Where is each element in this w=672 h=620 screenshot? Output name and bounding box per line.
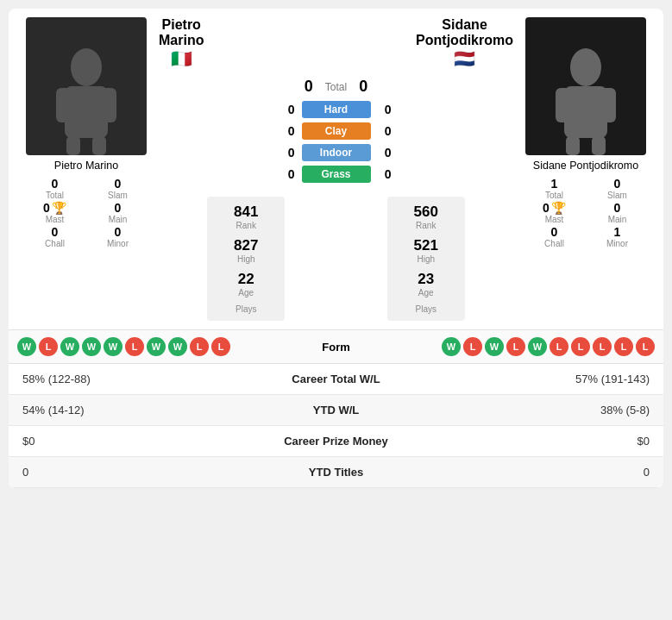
data-rows-container: 58% (122-88)Career Total W/L57% (191-143… xyxy=(9,364,663,488)
hard-badge: Hard xyxy=(302,101,371,118)
data-row-2: $0Career Prize Money$0 xyxy=(9,426,663,457)
data-row-right-2: $0 xyxy=(431,435,650,448)
hard-right-score: 0 xyxy=(378,103,392,116)
left-minor-value: 0 xyxy=(89,225,147,239)
data-row-left-1: 54% (14-12) xyxy=(22,404,242,416)
svg-rect-9 xyxy=(600,88,616,122)
right-total-score: 0 xyxy=(359,78,367,96)
right-form-badges: WLWLWLLLLL xyxy=(442,337,655,356)
form-badge-l: L xyxy=(190,337,209,356)
right-stat-main: 0 Main xyxy=(588,201,646,224)
surface-rows: 0 Hard 0 0 Clay 0 0 Indoor 0 0 Grass xyxy=(281,101,392,183)
data-row-left-2: $0 xyxy=(22,435,242,448)
right-slam-value: 0 xyxy=(588,177,646,191)
data-row-right-1: 38% (5-8) xyxy=(431,404,650,416)
left-flag: 🇮🇹 xyxy=(159,48,204,69)
surface-hard-row: 0 Hard 0 xyxy=(281,101,392,118)
right-rank-val: 560 xyxy=(414,204,438,221)
svg-point-6 xyxy=(570,48,601,86)
form-badge-w: W xyxy=(60,337,79,356)
right-mast-value: 0 🏆 xyxy=(525,201,583,215)
left-stat-minor: 0 Minor xyxy=(89,225,147,248)
right-main-label: Main xyxy=(588,215,646,224)
form-badge-l: L xyxy=(550,337,568,356)
right-stat-panel: 560 Rank 521 High 23 Age Plays xyxy=(387,197,465,321)
indoor-left-score: 0 xyxy=(281,146,295,160)
center-names-row: PietroMarino 🇮🇹 SidanePontjodikromo 🇳🇱 xyxy=(159,17,513,69)
form-badge-l: L xyxy=(593,337,612,356)
right-stat-chall: 0 Chall xyxy=(525,225,583,248)
left-center-name: PietroMarino xyxy=(159,17,204,48)
right-chall-label: Chall xyxy=(525,239,583,248)
left-trophy-icon: 🏆 xyxy=(52,201,66,215)
left-player-photo xyxy=(26,17,147,155)
form-badge-l: L xyxy=(506,337,525,356)
svg-rect-8 xyxy=(556,88,571,122)
right-stat-slam: 0 Slam xyxy=(588,177,646,200)
left-form-badges: WLWWWLWWLL xyxy=(17,337,230,356)
right-player-column: Sidane Pontjodikromo 1 Total 0 Slam 0 🏆 … xyxy=(517,17,655,321)
form-badge-w: W xyxy=(528,337,547,356)
right-rank-lbl: Rank xyxy=(416,221,436,230)
left-rank-val: 841 xyxy=(234,204,258,221)
svg-rect-11 xyxy=(592,136,606,155)
clay-left-score: 0 xyxy=(281,124,295,138)
total-label: Total xyxy=(325,81,347,93)
right-stat-minor: 1 Minor xyxy=(588,225,646,248)
left-stat-total: 0 Total xyxy=(26,177,84,200)
right-plays-lbl: Plays xyxy=(416,304,436,314)
right-slam-label: Slam xyxy=(588,191,646,200)
right-high-item: 521 High xyxy=(414,237,438,264)
left-rank-item: 841 Rank xyxy=(234,204,258,230)
left-player-name: Pietro Marino xyxy=(54,160,118,172)
svg-rect-2 xyxy=(56,88,72,122)
left-chall-label: Chall xyxy=(26,239,84,248)
left-stat-main: 0 Main xyxy=(89,201,147,224)
form-badge-w: W xyxy=(147,337,166,356)
indoor-badge: Indoor xyxy=(302,144,371,161)
left-total-value: 0 xyxy=(26,177,84,191)
data-row-label-1: YTD W/L xyxy=(242,404,431,416)
data-row-right-3: 0 xyxy=(431,466,650,479)
svg-rect-5 xyxy=(92,136,106,155)
grass-right-score: 0 xyxy=(378,167,392,181)
right-stat-mast: 0 🏆 Mast xyxy=(525,201,583,224)
form-badge-l: L xyxy=(463,337,482,356)
right-player-photo xyxy=(525,17,646,155)
right-age-item: 23 Age xyxy=(418,271,434,297)
form-badge-w: W xyxy=(17,337,36,356)
left-rank-lbl: Rank xyxy=(236,221,256,230)
right-plays-item: Plays xyxy=(416,304,436,314)
grass-left-score: 0 xyxy=(281,167,295,181)
svg-rect-3 xyxy=(101,88,116,122)
left-stat-slam: 0 Slam xyxy=(89,177,147,200)
right-flag: 🇳🇱 xyxy=(416,48,513,69)
right-high-val: 521 xyxy=(414,237,438,254)
right-player-name: Sidane Pontjodikromo xyxy=(533,160,638,172)
indoor-right-score: 0 xyxy=(378,146,392,160)
form-badge-l: L xyxy=(636,337,655,356)
right-total-value: 1 xyxy=(525,177,583,191)
left-slam-value: 0 xyxy=(89,177,147,191)
left-age-item: 22 Age xyxy=(238,271,254,297)
right-trophy-icon: 🏆 xyxy=(551,201,566,215)
comparison-top: Pietro Marino 0 Total 0 Slam 0 🏆 Mast xyxy=(9,9,663,329)
grass-badge: Grass xyxy=(302,166,371,183)
data-row-left-3: 0 xyxy=(22,466,242,479)
left-player-column: Pietro Marino 0 Total 0 Slam 0 🏆 Mast xyxy=(17,17,155,321)
form-badge-w: W xyxy=(485,337,504,356)
form-badge-l: L xyxy=(211,337,230,356)
data-row-label-2: Career Prize Money xyxy=(242,435,431,448)
left-mast-label: Mast xyxy=(26,215,84,224)
right-chall-value: 0 xyxy=(525,225,583,239)
stat-panels-row: 841 Rank 827 High 22 Age Plays xyxy=(159,190,513,321)
data-row-label-3: YTD Titles xyxy=(242,466,431,479)
main-card: Pietro Marino 0 Total 0 Slam 0 🏆 Mast xyxy=(9,9,663,488)
left-stat-chall: 0 Chall xyxy=(26,225,84,248)
right-age-val: 23 xyxy=(418,271,434,288)
data-row-0: 58% (122-88)Career Total W/L57% (191-143… xyxy=(9,364,663,395)
left-stat-mast: 0 🏆 Mast xyxy=(26,201,84,224)
left-mini-stats: 0 Total 0 Slam 0 🏆 Mast 0 Main xyxy=(26,177,147,248)
left-high-val: 827 xyxy=(234,237,258,254)
left-minor-label: Minor xyxy=(89,239,147,248)
